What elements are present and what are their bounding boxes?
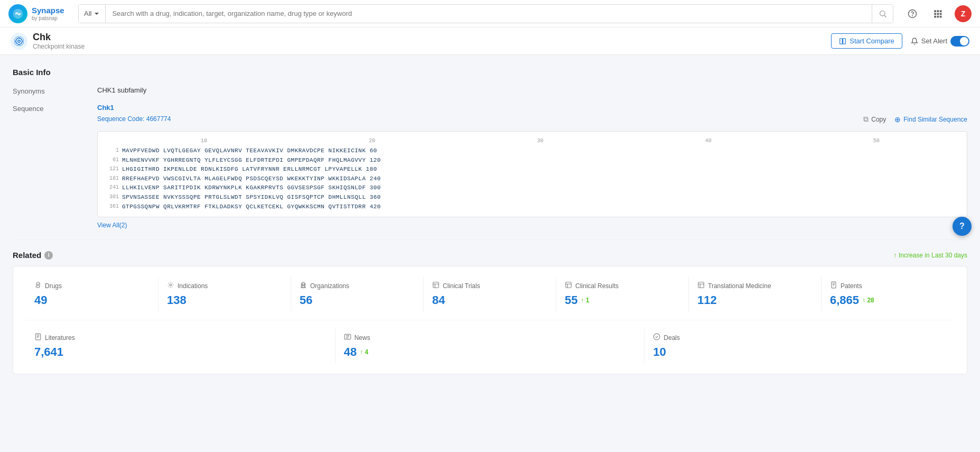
svg-rect-7: [934, 10, 936, 12]
sequence-line: 301SPVNSASSEE NVKYSSSQPE PRTGLSLWDT SPSY…: [104, 193, 960, 202]
related-item[interactable]: News 48 ↑ 4: [335, 329, 645, 363]
target-subtitle: Checkpoint kinase: [33, 43, 85, 50]
related-item[interactable]: Drugs 49: [26, 277, 158, 311]
find-similar-button[interactable]: ⊕ Find Similar Sequence: [894, 115, 967, 124]
sequence-code: Sequence Code: 4667774: [97, 115, 171, 123]
logo-synapse: Synapse: [32, 6, 64, 15]
count-value: 55: [565, 293, 577, 307]
related-item-icon: [565, 281, 572, 290]
related-item[interactable]: Clinical Results 55 ↑ 1: [556, 277, 689, 311]
svg-point-17: [16, 38, 22, 44]
count-increase: ↑ 1: [581, 297, 589, 304]
logo: Synapse by patsnap: [8, 4, 72, 23]
related-item-label: Translational Medicine: [708, 282, 771, 290]
svg-line-4: [884, 15, 886, 17]
svg-rect-13: [934, 15, 936, 17]
related-item-label: Deals: [664, 334, 680, 342]
increase-label: ↑ Increase in Last 30 days: [893, 252, 967, 259]
up-arrow-icon: ↑: [893, 252, 897, 259]
set-alert-toggle[interactable]: [950, 36, 969, 47]
related-item[interactable]: Patents 6,865 ↑ 28: [822, 277, 954, 311]
set-alert-button[interactable]: Set Alert: [911, 36, 969, 47]
related-item-label: Drugs: [45, 282, 62, 290]
related-item-header: Deals: [653, 333, 946, 342]
apps-button[interactable]: [929, 5, 946, 22]
sequence-name: Chk1: [97, 104, 967, 112]
related-title: Related i: [13, 251, 53, 260]
nav-icons: Z: [904, 5, 972, 22]
search-type-label: All: [84, 10, 91, 17]
related-item-header: News: [344, 333, 636, 342]
svg-rect-11: [937, 13, 939, 15]
target-info: Chk Checkpoint kinase: [33, 32, 85, 50]
related-info-icon[interactable]: i: [44, 251, 53, 260]
related-item[interactable]: Indications 138: [158, 277, 291, 311]
related-item-count: 10: [653, 345, 946, 359]
related-item-label: Clinical Results: [575, 282, 619, 290]
svg-point-16: [18, 40, 21, 42]
related-item-header: Translational Medicine: [697, 281, 813, 290]
related-item-icon: [653, 333, 660, 342]
logo-byline: by patsnap: [32, 15, 64, 22]
svg-rect-24: [843, 38, 846, 44]
related-item-count: 7,641: [34, 345, 326, 359]
related-item-count: 112: [697, 293, 813, 307]
find-similar-label: Find Similar Sequence: [903, 116, 967, 123]
sequence-line: 121LHGIGITHRD IKPENLLDE RDNLKISDFG LATVF…: [104, 165, 960, 174]
related-item-label: Organizations: [310, 282, 349, 290]
sequence-box[interactable]: 1020304050 1MAVPFVEDWD LVQTLGEGAY GEVQLA…: [97, 131, 967, 217]
main-content: Basic Info Synonyms CHK1 subfamily Seque…: [0, 55, 980, 452]
synonyms-row: Synonyms CHK1 subfamily: [13, 86, 967, 95]
related-item-header: Organizations: [300, 281, 415, 290]
related-item[interactable]: Translational Medicine 112: [689, 277, 822, 311]
search-button[interactable]: [872, 5, 893, 23]
svg-point-3: [880, 11, 884, 15]
svg-rect-27: [302, 285, 304, 288]
related-item-count: 56: [300, 293, 415, 307]
related-item-count: 49: [34, 293, 150, 307]
help-button[interactable]: [904, 5, 921, 22]
related-item-header: Literatures: [34, 333, 326, 342]
svg-rect-29: [304, 284, 305, 285]
search-bar: All: [78, 4, 893, 23]
logo-icon: [8, 4, 27, 23]
count-increase: ↑ 28: [862, 297, 874, 304]
svg-rect-32: [698, 282, 704, 288]
user-avatar[interactable]: Z: [955, 5, 972, 22]
search-input[interactable]: [106, 5, 872, 23]
divider-1: [13, 239, 967, 240]
find-similar-icon: ⊕: [894, 115, 901, 124]
copy-label: Copy: [871, 116, 886, 123]
target-icon: [11, 33, 27, 50]
related-item-icon: [34, 333, 42, 342]
count-value: 112: [697, 293, 717, 307]
related-item[interactable]: Clinical Trials 84: [424, 277, 556, 311]
related-item-count: 48 ↑ 4: [344, 345, 636, 359]
related-item[interactable]: Deals 10: [645, 329, 954, 363]
related-item-icon: [300, 281, 307, 290]
related-item-header: Indications: [167, 281, 282, 290]
related-row2: Literatures 7,641 News 48 ↑ 4 Deals 10: [26, 320, 954, 363]
related-card: Drugs 49 Indications 138 Organizations 5…: [13, 266, 967, 374]
related-item-count: 55 ↑ 1: [565, 293, 680, 307]
related-item-icon: [167, 281, 174, 290]
start-compare-button[interactable]: Start Compare: [831, 33, 902, 49]
set-alert-label: Set Alert: [921, 37, 947, 45]
related-item-label: Patents: [841, 282, 862, 290]
sequence-actions: ⧉ Copy ⊕ Find Similar Sequence: [863, 115, 967, 124]
svg-rect-9: [940, 10, 942, 12]
related-item[interactable]: Literatures 7,641: [26, 329, 335, 363]
count-value: 7,641: [34, 345, 63, 359]
related-item[interactable]: Organizations 56: [291, 277, 424, 311]
related-item-icon: [830, 281, 837, 290]
svg-rect-10: [934, 13, 936, 15]
sequence-ruler: 1020304050: [104, 137, 960, 145]
view-all-link[interactable]: View All(2): [97, 222, 127, 229]
svg-rect-15: [940, 15, 942, 17]
search-type-dropdown[interactable]: All: [79, 5, 106, 23]
count-value: 10: [653, 345, 666, 359]
synonyms-value: CHK1 subfamily: [97, 86, 967, 94]
count-value: 48: [344, 345, 357, 359]
copy-button[interactable]: ⧉ Copy: [863, 115, 886, 124]
float-help-button[interactable]: ?: [953, 217, 972, 236]
